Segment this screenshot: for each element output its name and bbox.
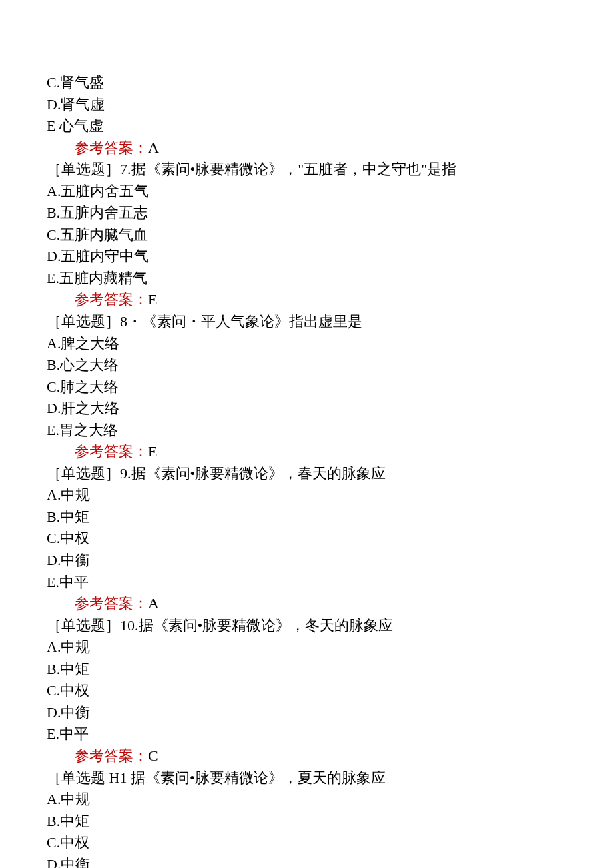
option-e: E 心气虚 [47,115,567,137]
answer-value: C [148,747,158,764]
option-d: D.肾气虚 [47,94,567,116]
answer-value: E [148,291,157,308]
question-text: 据《素问•脉要精微论》，夏天的脉象应 [131,769,386,786]
option-b: B.心之大络 [47,354,567,376]
question-stem: ［单选题］8・《素问・平人气象论》指出虚里是 [47,311,567,333]
question-text: 7.据《素问•脉要精微论》，"五脏者，中之守也"是指 [120,161,456,177]
option-b: B.中矩 [47,811,567,833]
answer-value: A [148,595,159,612]
option-a: A.中规 [47,636,567,659]
option-a: A.中规 [47,484,567,506]
option-d: D.肝之大络 [47,398,567,420]
answer-value: A [148,139,159,156]
question-stem: ［单选题］10.据《素问•脉要精微论》，冬天的脉象应 [47,615,567,637]
option-e: E.中平 [47,572,567,594]
question-stem: ［单选题 H1 据《素问•脉要精微论》，夏天的脉象应 [47,767,567,789]
document-page: C.肾气盛 D.肾气虚 E 心气虚 参考答案：A ［单选题］7.据《素问•脉要精… [0,0,614,868]
answer-label: 参考答案： [75,443,148,460]
option-c: C.肺之大络 [47,376,567,398]
option-b: B.中矩 [47,506,567,528]
option-c: C.五脏内臓气血 [47,224,567,246]
option-c: C.肾气盛 [47,72,567,94]
question-stem: ［单选题］9.据《素问•脉要精微论》，春天的脉象应 [47,463,567,485]
answer-line: 参考答案：E [47,289,567,311]
answer-line: 参考答案：A [47,137,567,159]
option-c: C.中权 [47,832,567,854]
question-stem: ［单选题］7.据《素问•脉要精微论》，"五脏者，中之守也"是指 [47,159,567,181]
option-d: D.中衡 [47,550,567,572]
question-text: 8・《素问・平人气象论》指出虚里是 [120,313,362,330]
option-c: C.中权 [47,528,567,550]
option-d: D.中衡 [47,702,567,724]
option-b: B.五脏内舍五志 [47,202,567,224]
option-b: B.中矩 [47,659,567,681]
question-tag: ［单选题 H1 [47,769,131,786]
option-e: E.五脏内藏精气 [47,268,567,290]
question-tag: ［单选题］ [47,161,120,177]
question-text: 9.据《素问•脉要精微论》，春天的脉象应 [120,465,386,482]
question-tag: ［单选题］ [47,617,120,634]
answer-value: E [148,443,157,460]
answer-label: 参考答案： [75,139,148,156]
option-a: A.脾之大络 [47,333,567,355]
question-tag: ［单选题］ [47,465,120,482]
option-d: D.中衡 [47,854,567,868]
option-c: C.中权 [47,680,567,702]
answer-label: 参考答案： [75,747,148,764]
answer-label: 参考答案： [75,595,148,612]
option-e: E.胃之大络 [47,420,567,442]
answer-line: 参考答案：A [47,593,567,615]
option-a: A.中规 [47,789,567,811]
question-text: 10.据《素问•脉要精微论》，冬天的脉象应 [120,617,393,634]
answer-line: 参考答案：C [47,745,567,767]
option-e: E.中平 [47,723,567,745]
answer-label: 参考答案： [75,291,148,308]
answer-line: 参考答案：E [47,441,567,463]
option-d: D.五脏内守中气 [47,246,567,268]
option-a: A.五脏内舍五气 [47,181,567,203]
question-tag: ［单选题］ [47,313,120,330]
